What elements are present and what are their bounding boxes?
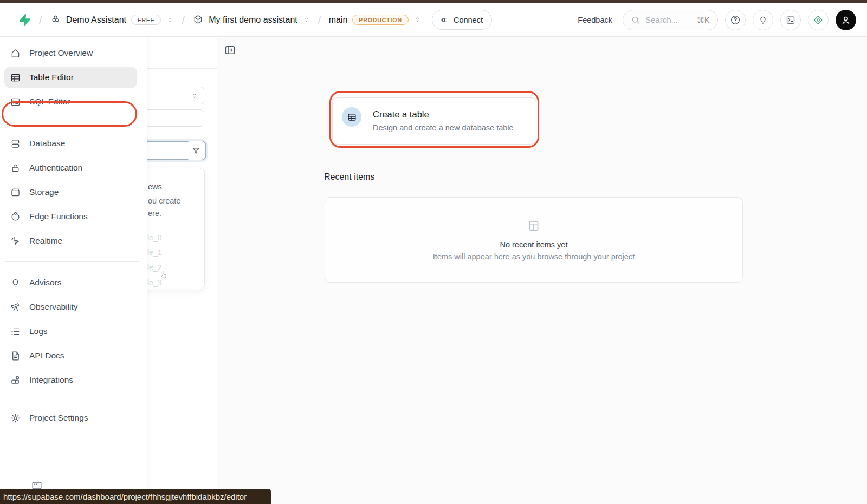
cube-icon: [192, 14, 204, 25]
header: / Demo Assistant FREE / My first demo as…: [0, 3, 867, 37]
table-icon: [527, 219, 541, 233]
popover-dim-item: le_0: [147, 233, 161, 242]
sidebar-item-realtime[interactable]: Realtime: [4, 230, 137, 252]
sidebar-item-label: Project Settings: [29, 413, 88, 423]
chevron-updown-icon: [190, 91, 199, 100]
sidebar-item-integrations[interactable]: Integrations: [4, 369, 137, 391]
branch-name: main: [329, 15, 348, 25]
collapse-panel-icon[interactable]: [224, 44, 236, 56]
org-switcher-chevron-icon[interactable]: [166, 16, 174, 24]
global-search[interactable]: ⌘K: [623, 10, 718, 30]
lightbulb-icon: [758, 15, 768, 25]
sidebar-item-table-editor[interactable]: Table Editor: [4, 67, 137, 88]
branch-switcher-chevron-icon[interactable]: [413, 16, 422, 24]
search-icon: [631, 15, 640, 25]
filter-tables-button[interactable]: [186, 141, 205, 160]
header-actions: Feedback ⌘K: [574, 10, 856, 30]
lightbulb-icon: [10, 277, 21, 289]
main-content: Create a table Design and create a new d…: [218, 37, 867, 504]
url-status-tooltip: https://supabase.com/dashboard/project/f…: [0, 489, 271, 504]
sidebar-item-label: Edge Functions: [29, 212, 88, 221]
project-name: My first demo assistant: [209, 15, 297, 25]
database-icon: [10, 138, 21, 149]
supabase-dashboard: / Demo Assistant FREE / My first demo as…: [0, 0, 867, 504]
file-text-icon: [10, 350, 21, 362]
sidebar-item-label: Integrations: [29, 375, 73, 385]
sidebar-item-logs[interactable]: Logs: [4, 320, 137, 342]
create-table-subtitle: Design and create a new database table: [373, 123, 514, 132]
sidebar-item-advisors[interactable]: Advisors: [4, 272, 137, 293]
terminal-button[interactable]: [780, 10, 801, 30]
org-icon: [50, 14, 61, 25]
breadcrumb-separator: /: [38, 14, 43, 27]
sidebar-divider: [4, 121, 140, 121]
funnel-icon: [191, 146, 200, 155]
sidebar-item-project-overview[interactable]: Project Overview: [4, 42, 137, 64]
connect-button[interactable]: Connect: [432, 10, 492, 30]
sidebar-item-project-settings[interactable]: Project Settings: [4, 407, 137, 429]
hand-cursor-icon: [159, 270, 169, 279]
connect-label: Connect: [454, 16, 483, 24]
search-input[interactable]: [645, 15, 692, 24]
assistant-icon: [813, 15, 824, 25]
user-icon: [840, 14, 852, 26]
lock-icon: [10, 162, 21, 174]
org-name: Demo Assistant: [66, 15, 126, 25]
sidebar-item-sql-editor[interactable]: SQL Editor: [4, 91, 137, 113]
logs-icon: [10, 326, 21, 337]
popover-text-fragment: ews: [148, 182, 162, 191]
user-avatar[interactable]: [836, 10, 856, 30]
home-icon: [10, 48, 21, 59]
sidebar-divider: [4, 261, 140, 262]
help-icon: [730, 15, 741, 25]
create-table-icon-circle: [342, 107, 361, 127]
feedback-button[interactable]: Feedback: [574, 16, 616, 24]
sidebar-item-api-docs[interactable]: API Docs: [4, 345, 137, 366]
plug-icon: [439, 15, 449, 25]
realtime-icon: [10, 235, 21, 247]
help-button[interactable]: [725, 10, 746, 30]
sidebar-item-observability[interactable]: Observability: [4, 296, 137, 318]
sidebar-item-label: Advisors: [29, 278, 61, 287]
sidebar-item-label: Authentication: [29, 163, 82, 173]
empty-state-subtitle: Items will appear here as you browse thr…: [433, 252, 635, 261]
sidebar-nav: Project OverviewTable EditorSQL EditorDa…: [0, 37, 147, 504]
popover-dim-item: le_1: [147, 248, 161, 257]
environment-badge: PRODUCTION: [352, 15, 409, 25]
recent-items-empty-state: No recent items yet Items will appear he…: [325, 197, 743, 283]
breadcrumb-separator: /: [181, 14, 185, 27]
assistant-button[interactable]: [808, 10, 829, 30]
lightbulb-button[interactable]: [753, 10, 773, 30]
breadcrumb-separator: /: [318, 14, 322, 27]
supabase-logo-icon[interactable]: [17, 13, 31, 27]
sidebar-item-label: Observability: [29, 302, 78, 312]
sidebar-item-storage[interactable]: Storage: [4, 181, 137, 203]
breadcrumb-org[interactable]: Demo Assistant FREE: [50, 14, 174, 25]
popover-text-fragment: ere.: [148, 209, 161, 218]
table-icon: [10, 72, 21, 83]
sidebar-item-label: Table Editor: [29, 73, 74, 82]
create-table-title: Create a table: [373, 109, 429, 120]
terminal-icon: [785, 15, 796, 25]
sidebar-item-label: Database: [29, 139, 65, 148]
sidebar-item-database[interactable]: Database: [4, 133, 137, 154]
table-icon: [347, 112, 357, 122]
sidebar-item-edge-functions[interactable]: Edge Functions: [4, 206, 137, 227]
breadcrumb-project[interactable]: My first demo assistant: [192, 14, 310, 25]
sql-terminal-icon: [10, 96, 21, 108]
breadcrumb-branch[interactable]: main PRODUCTION: [329, 15, 422, 25]
top-strip: [0, 0, 867, 3]
empty-state-title: No recent items yet: [500, 240, 568, 249]
blocks-icon: [10, 375, 21, 386]
popover-text-fragment: ou create: [148, 197, 180, 205]
search-shortcut: ⌘K: [697, 16, 709, 24]
sidebar-item-label: Project Overview: [29, 48, 93, 58]
create-table-card[interactable]: Create a table Design and create a new d…: [332, 97, 536, 145]
storage-icon: [10, 187, 21, 198]
sidebar-item-label: Storage: [29, 187, 59, 197]
sidebar-item-authentication[interactable]: Authentication: [4, 157, 137, 179]
project-switcher-chevron-icon[interactable]: [302, 16, 310, 24]
org-plan-badge: FREE: [131, 15, 161, 25]
popover-dim-item: le_3: [147, 278, 161, 287]
telescope-icon: [10, 302, 21, 313]
